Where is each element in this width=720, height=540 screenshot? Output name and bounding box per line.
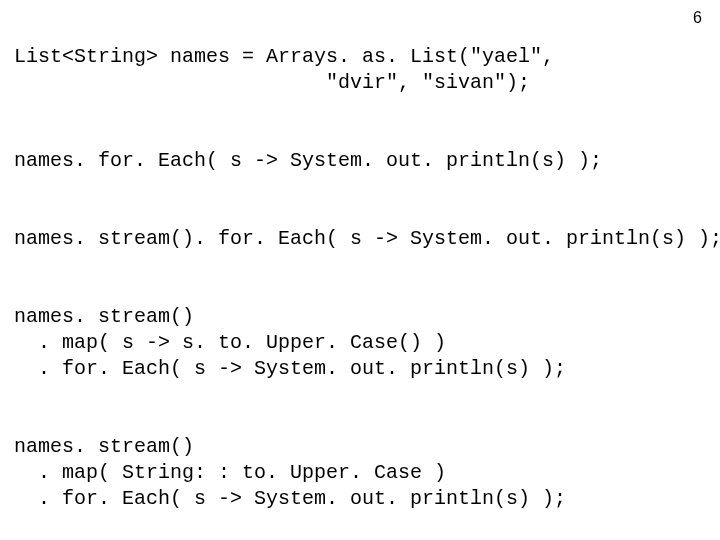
- code-line: "dvir", "sivan");: [14, 71, 530, 94]
- code-line: names. stream(): [14, 305, 194, 328]
- code-block-5: names. stream() . map( String: : to. Upp…: [14, 408, 706, 512]
- code-block-4: names. stream() . map( s -> s. to. Upper…: [14, 278, 706, 382]
- code-line: . map( s -> s. to. Upper. Case() ): [14, 331, 446, 354]
- code-line: names. for. Each( s -> System. out. prin…: [14, 149, 602, 172]
- code-block-2: names. for. Each( s -> System. out. prin…: [14, 122, 706, 174]
- page-number: 6: [693, 8, 702, 29]
- code-line: names. stream(): [14, 435, 194, 458]
- code-line: . for. Each( s -> System. out. println(s…: [14, 357, 566, 380]
- code-line: names. stream(). for. Each( s -> System.…: [14, 227, 720, 250]
- code-line: . for. Each( s -> System. out. println(s…: [14, 487, 566, 510]
- code-block-1: List<String> names = Arrays. as. List("y…: [14, 18, 706, 96]
- code-line: List<String> names = Arrays. as. List("y…: [14, 45, 554, 68]
- code-block-3: names. stream(). for. Each( s -> System.…: [14, 200, 706, 252]
- code-line: . map( String: : to. Upper. Case ): [14, 461, 446, 484]
